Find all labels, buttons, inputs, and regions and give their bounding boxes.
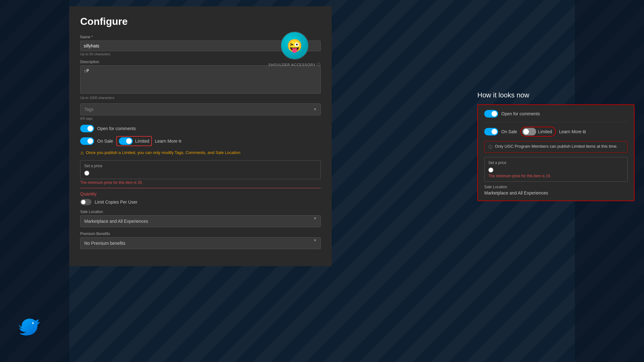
limited-toggle[interactable] xyxy=(119,137,133,145)
info-circle-icon: ⓘ xyxy=(488,144,492,150)
avatar-emoji: 😜 xyxy=(287,38,303,53)
preview-open-comments-row: Open for comments xyxy=(484,110,628,122)
avatar-circle: 😜 xyxy=(280,31,309,60)
set-price-section: Set a price xyxy=(80,160,321,179)
bg-panel-left xyxy=(0,0,69,362)
premium-benefits-select-wrapper: Premium Benefits No Premium benefits ▼ xyxy=(80,232,321,249)
preview-limited-toggle-box: Limited xyxy=(520,127,556,137)
tags-select[interactable]: Tags xyxy=(80,103,321,115)
preview-on-sale-label: On Sale xyxy=(501,129,517,134)
twitter-bird xyxy=(17,314,42,343)
preview-price-error: The minimum price for this item is 15. xyxy=(488,174,624,178)
on-sale-limited-row: On Sale Limited Learn More ⧉ xyxy=(80,136,321,146)
warning-triangle-icon: ⚠ xyxy=(80,150,84,156)
limited-label: Limited xyxy=(135,139,149,144)
sale-location-select-wrapper: Sale Location Marketplace and All Experi… xyxy=(80,210,321,227)
learn-more-text: Learn More xyxy=(155,139,178,144)
limited-toggle-box: Limited xyxy=(116,136,152,146)
preview-on-sale-toggle-knob xyxy=(491,129,497,134)
ugc-warning-text: Only UGC Program Members can publish Lim… xyxy=(495,144,618,149)
preview-price-section: Set a price The minimum price for this i… xyxy=(484,157,628,182)
ugc-info-box: ⓘ Only UGC Program Members can publish L… xyxy=(484,141,628,153)
limited-warning: ⚠ Once you publish a Limited, you can on… xyxy=(80,150,321,156)
bird-eye xyxy=(32,322,34,324)
limit-copies-label: Limit Copies Per User xyxy=(95,200,137,205)
open-comments-toggle[interactable] xyxy=(80,125,94,132)
preview-limited-knob xyxy=(523,129,529,134)
premium-benefits-label: Premium Benefits xyxy=(80,232,321,236)
preview-box: Open for comments On Sale Limited Learn … xyxy=(477,104,635,201)
description-input[interactable]: :P xyxy=(80,65,321,94)
open-comments-label: Open for comments xyxy=(97,126,136,131)
price-error: The minimum price for this item is 35. xyxy=(80,180,321,185)
accessory-label: SHOULDER ACCESSORY ⓘ xyxy=(269,62,321,67)
preview-external-link-icon: ⧉ xyxy=(583,129,586,134)
tags-count: 0/5 tags xyxy=(80,117,321,120)
limit-copies-knob xyxy=(81,200,86,204)
preview-price-radio[interactable] xyxy=(488,167,493,173)
preview-learn-more-text: Learn More xyxy=(559,129,582,134)
accessory-text: SHOULDER ACCESSORY xyxy=(269,63,316,67)
configure-panel: Configure Name * Up to 50 characters Des… xyxy=(69,6,332,266)
preview-sale-location-value: Marketplace and All Experiences xyxy=(484,190,628,195)
preview-set-price-label: Set a price xyxy=(488,161,624,165)
on-sale-toggle[interactable] xyxy=(80,137,94,145)
preview-open-toggle[interactable] xyxy=(484,110,498,118)
set-price-label: Set a price xyxy=(84,164,317,168)
warning-message: Once you publish a Limited, you can only… xyxy=(86,150,240,156)
preview-price-radio-row xyxy=(488,167,624,173)
preview-open-comments-label: Open for comments xyxy=(501,111,540,116)
limited-toggle-knob xyxy=(126,138,132,144)
preview-on-sale-toggle[interactable] xyxy=(484,128,498,135)
how-it-looks-title: How it looks now xyxy=(477,91,635,99)
on-sale-label: On Sale xyxy=(97,139,113,144)
tags-select-wrapper: Tags ▼ xyxy=(80,103,321,115)
configure-title: Configure xyxy=(80,16,321,27)
premium-benefits-select[interactable]: No Premium benefits xyxy=(80,237,321,249)
premium-benefits-group: Premium Benefits No Premium benefits ▼ xyxy=(80,232,321,249)
price-radio-row xyxy=(84,171,317,176)
sale-location-group: Sale Location Marketplace and All Experi… xyxy=(80,210,321,227)
external-link-icon: ⧉ xyxy=(179,139,181,143)
on-sale-toggle-knob xyxy=(87,138,93,144)
how-it-looks-panel: How it looks now Open for comments On Sa… xyxy=(477,91,635,201)
avatar-preview: 😜 SHOULDER ACCESSORY ⓘ xyxy=(269,31,321,67)
preview-on-sale-row: On Sale Limited Learn More ⧉ xyxy=(484,127,628,137)
accessory-info-icon: ⓘ xyxy=(317,62,321,67)
price-radio[interactable] xyxy=(84,171,89,176)
open-comments-toggle-knob xyxy=(87,126,93,131)
preview-limited-label: Limited xyxy=(538,129,552,134)
preview-sale-location-section: Sale Location Marketplace and All Experi… xyxy=(484,185,628,195)
quantity-section: Quantity Limit Copies Per User xyxy=(80,188,321,205)
learn-more-link[interactable]: Learn More ⧉ xyxy=(155,139,182,144)
twitter-bird-icon xyxy=(17,314,42,339)
sale-location-label: Sale Location xyxy=(80,210,321,214)
preview-open-toggle-knob xyxy=(491,111,497,117)
limit-copies-toggle[interactable] xyxy=(80,199,92,205)
preview-limited-toggle[interactable] xyxy=(522,128,536,135)
sale-location-select[interactable]: Marketplace and All Experiences xyxy=(80,215,321,227)
copies-row: Limit Copies Per User xyxy=(80,199,321,205)
preview-learn-more-link[interactable]: Learn More ⧉ xyxy=(559,129,586,134)
open-comments-row: Open for comments xyxy=(80,125,321,132)
tags-field-group: Tags ▼ 0/5 tags xyxy=(80,103,321,120)
description-hint: Up to 1000 characters xyxy=(80,96,321,100)
preview-sale-location-label: Sale Location xyxy=(484,185,628,189)
quantity-title: Quantity xyxy=(80,191,321,196)
